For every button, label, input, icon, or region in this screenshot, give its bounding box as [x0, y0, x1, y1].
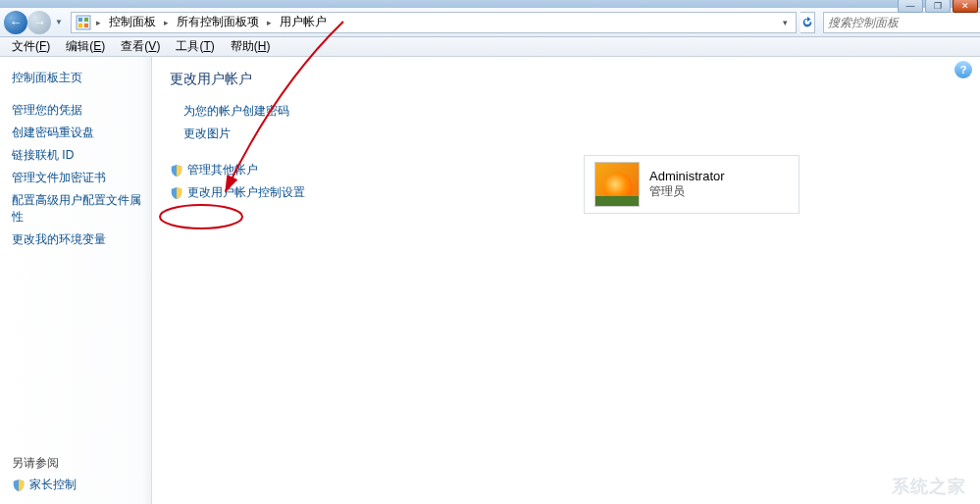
menu-file[interactable]: 文件(F) [4, 36, 58, 57]
control-panel-icon [76, 15, 91, 30]
refresh-button[interactable] [800, 12, 815, 33]
shield-icon [12, 479, 26, 492]
task-label: 管理其他帐户 [187, 162, 258, 178]
sidebar-link[interactable]: 更改我的环境变量 [12, 228, 151, 251]
titlebar: — ❐ ✕ [0, 0, 980, 8]
task-manage-other-accounts[interactable]: 管理其他帐户 [170, 159, 962, 181]
menu-view[interactable]: 查看(V) [113, 36, 168, 57]
breadcrumb-item[interactable]: 用户帐户 [277, 13, 330, 31]
svg-rect-2 [84, 18, 88, 22]
search-input[interactable] [828, 16, 976, 29]
watermark: 系统之家 [892, 475, 966, 498]
breadcrumb-dropdown[interactable]: ▾ [779, 18, 792, 27]
nav-history-dropdown[interactable]: ▼ [51, 18, 67, 26]
sidebar-link[interactable]: 链接联机 ID [12, 144, 151, 167]
parental-controls-label: 家长控制 [29, 477, 77, 493]
close-button[interactable]: ✕ [953, 0, 978, 13]
svg-rect-4 [84, 24, 88, 27]
sidebar: 控制面板主页 管理您的凭据 创建密码重设盘 链接联机 ID 管理文件加密证书 配… [0, 57, 152, 504]
sidebar-link[interactable]: 配置高级用户配置文件属性 [12, 189, 151, 228]
back-button[interactable]: ← [4, 11, 27, 34]
minimize-button[interactable]: — [898, 0, 923, 13]
breadcrumb-item[interactable]: 所有控制面板项 [174, 13, 262, 31]
svg-rect-3 [78, 24, 82, 27]
maximize-button[interactable]: ❐ [925, 0, 951, 13]
chevron-right-icon: ▸ [161, 18, 172, 27]
forward-button[interactable]: → [27, 11, 51, 34]
breadcrumb-item[interactable]: 控制面板 [106, 13, 159, 31]
task-label: 更改用户帐户控制设置 [187, 184, 305, 201]
task-create-password[interactable]: 为您的帐户创建密码 [183, 100, 962, 123]
sidebar-link[interactable]: 管理您的凭据 [12, 99, 151, 122]
shield-icon [170, 186, 183, 200]
svg-rect-1 [78, 18, 82, 22]
menu-help[interactable]: 帮助(H) [223, 36, 279, 57]
content-area: 更改用户帐户 为您的帐户创建密码 更改图片 管理其他帐户 更改用户帐户控制设置 [152, 57, 980, 504]
see-also-label: 另请参阅 [12, 453, 151, 474]
chevron-right-icon: ▸ [93, 18, 104, 27]
sidebar-link[interactable]: 管理文件加密证书 [12, 167, 151, 189]
chevron-right-icon: ▸ [264, 18, 275, 27]
task-change-uac[interactable]: 更改用户帐户控制设置 [170, 181, 962, 204]
menu-edit[interactable]: 编辑(E) [58, 36, 113, 57]
menu-tools[interactable]: 工具(T) [168, 36, 222, 57]
menubar: 文件(F) 编辑(E) 查看(V) 工具(T) 帮助(H) [0, 37, 980, 57]
sidebar-home-link[interactable]: 控制面板主页 [12, 67, 151, 89]
task-change-picture[interactable]: 更改图片 [183, 123, 962, 145]
shield-icon [170, 164, 183, 177]
navigation-bar: ← → ▼ ▸ 控制面板 ▸ 所有控制面板项 ▸ 用户帐户 ▾ [0, 8, 980, 37]
account-name: Administrator [649, 169, 725, 183]
parental-controls-link[interactable]: 家长控制 [12, 474, 151, 496]
breadcrumb[interactable]: ▸ 控制面板 ▸ 所有控制面板项 ▸ 用户帐户 ▾ [71, 12, 797, 33]
account-card[interactable]: Administrator 管理员 [584, 155, 799, 214]
avatar [594, 162, 640, 207]
account-role: 管理员 [649, 183, 725, 200]
page-title: 更改用户帐户 [170, 71, 962, 88]
search-box[interactable] [823, 12, 980, 33]
sidebar-link[interactable]: 创建密码重设盘 [12, 122, 151, 144]
